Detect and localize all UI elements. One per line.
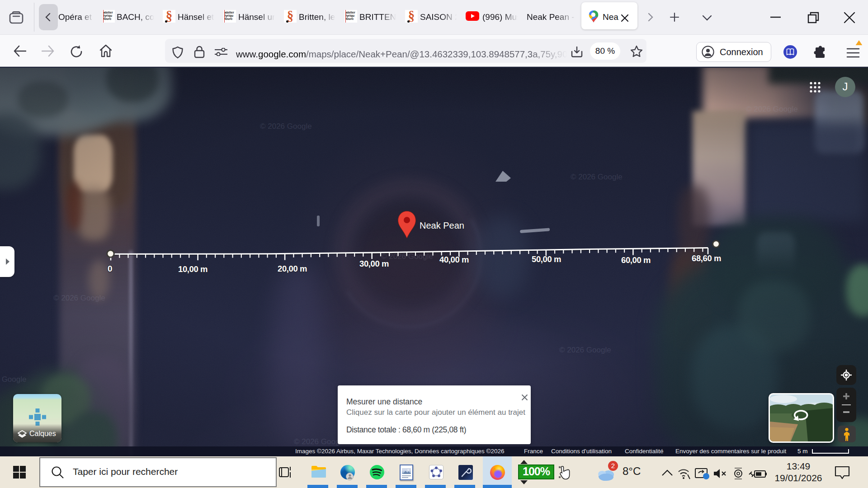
- svg-text:20,00 m: 20,00 m: [278, 264, 307, 273]
- svg-text:68,60 m: 68,60 m: [692, 253, 721, 263]
- svg-text:0: 0: [108, 264, 112, 273]
- svg-text:50,00 m: 50,00 m: [532, 254, 561, 264]
- svg-text:60,00 m: 60,00 m: [621, 255, 651, 265]
- svg-text:10,00 m: 10,00 m: [178, 264, 208, 274]
- svg-text:40,00 m: 40,00 m: [439, 255, 469, 264]
- svg-text:Neak Pean: Neak Pean: [420, 221, 464, 230]
- svg-text:30,00 m: 30,00 m: [359, 259, 389, 268]
